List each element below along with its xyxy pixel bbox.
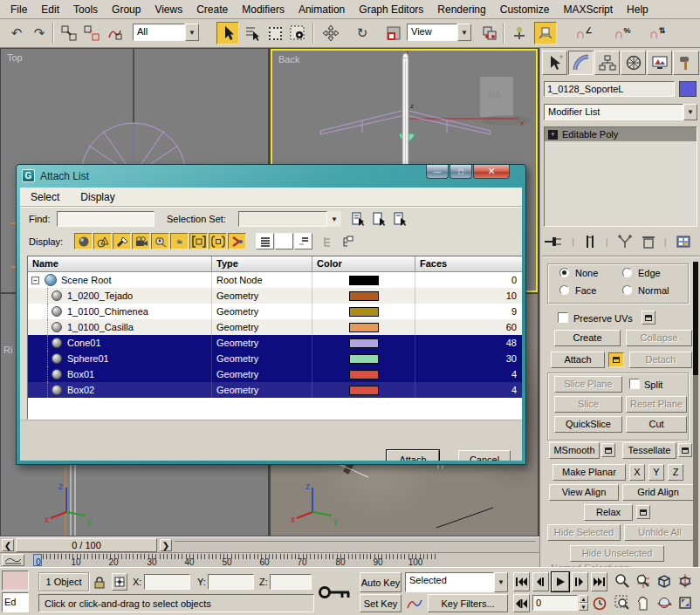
play-animation-icon[interactable] [552, 572, 569, 591]
display-all-icon[interactable] [256, 233, 274, 249]
object-color-swatch[interactable] [679, 81, 697, 97]
select-objects-in-set-icon[interactable] [392, 210, 409, 228]
pin-stack-icon[interactable] [544, 234, 563, 249]
orbit-icon[interactable] [655, 593, 674, 612]
chevron-down-icon[interactable]: ▼ [494, 572, 508, 592]
time-configuration-icon[interactable] [592, 594, 607, 612]
spinner-down-icon[interactable]: ▼ [579, 603, 588, 611]
display-groups-icon[interactable] [189, 233, 208, 249]
make-planar-button[interactable]: Make Planar [552, 464, 626, 481]
chevron-down-icon[interactable]: ▼ [327, 211, 341, 227]
constraint-edge-radio[interactable] [622, 268, 632, 277]
zoom-region-icon[interactable] [613, 593, 632, 612]
next-frame-icon[interactable] [572, 572, 588, 591]
key-mode-toggle-icon[interactable] [513, 594, 530, 612]
display-none-icon[interactable] [275, 233, 293, 249]
menu-edit[interactable]: Edit [34, 2, 66, 17]
relax-settings-icon[interactable] [636, 505, 650, 519]
grid-align-button[interactable]: Grid Align [622, 484, 694, 501]
cut-button[interactable]: Cut [626, 416, 687, 433]
add-selected-to-set-icon[interactable] [350, 210, 367, 228]
chevron-down-icon[interactable]: ▼ [683, 104, 697, 120]
expand-icon[interactable]: + [548, 130, 558, 140]
attach-list-settings-icon[interactable] [608, 352, 624, 367]
preserve-uvs-checkbox[interactable] [558, 312, 568, 323]
key-filters-button[interactable]: Key Filters... [428, 594, 508, 612]
maxscript-mini-listener-white[interactable]: Ed [2, 592, 29, 612]
tab-hierarchy-icon[interactable] [594, 51, 620, 75]
relax-button[interactable]: Relax [584, 504, 633, 521]
dialog-menu-display[interactable]: Display [70, 189, 125, 205]
attach-button[interactable]: Attach [387, 450, 439, 461]
display-helpers-icon[interactable] [151, 233, 169, 249]
table-row-selected[interactable]: Sphere01 Geometry 30 [28, 351, 522, 366]
y-coordinate-field[interactable] [208, 574, 254, 590]
select-and-move-icon[interactable] [319, 22, 342, 44]
dialog-menu-select[interactable]: Select [20, 189, 70, 205]
track-bar[interactable]: 0 10 20 30 40 50 60 70 80 90 100 [0, 552, 539, 567]
auto-key-button[interactable]: Auto Key [360, 572, 401, 592]
subtract-selected-from-set-icon[interactable] [371, 210, 388, 228]
select-and-scale-icon[interactable] [382, 22, 405, 44]
display-cameras-icon[interactable] [132, 233, 150, 249]
show-end-result-icon[interactable] [583, 234, 597, 249]
quickslice-button[interactable]: QuickSlice [554, 416, 622, 433]
go-to-end-icon[interactable] [591, 572, 607, 591]
select-object-icon[interactable] [216, 22, 239, 44]
find-input[interactable] [57, 211, 154, 227]
view-align-button[interactable]: View Align [549, 484, 619, 501]
collapse-icon[interactable]: − [31, 277, 39, 284]
configure-modifier-sets-icon[interactable] [676, 234, 693, 249]
constraint-normal-radio[interactable] [622, 285, 632, 295]
maximize-button[interactable]: □ [450, 165, 472, 179]
tab-create-icon[interactable] [542, 51, 567, 75]
default-tangent-icon[interactable] [405, 594, 424, 612]
time-next-icon[interactable]: ❯ [160, 539, 172, 551]
display-bones-icon[interactable] [228, 233, 246, 249]
preserve-uvs-settings-icon[interactable] [642, 311, 655, 325]
msmooth-settings-icon[interactable] [601, 443, 615, 457]
time-prev-icon[interactable]: ❮ [2, 539, 14, 551]
display-invert-icon[interactable] [294, 233, 312, 249]
display-xrefs-icon[interactable] [209, 233, 227, 249]
selection-set-combo[interactable]: ▼ [238, 211, 341, 227]
use-pivot-center-icon[interactable] [478, 22, 501, 44]
maximize-viewport-icon[interactable] [676, 593, 695, 612]
selection-region-icon[interactable] [264, 22, 286, 44]
time-slider-handle[interactable]: 0 / 100 [16, 538, 157, 552]
menu-group[interactable]: Group [105, 2, 148, 17]
unlink-selection-icon[interactable] [80, 22, 103, 44]
close-button[interactable]: ✕ [473, 165, 510, 179]
modifier-list-dropdown[interactable]: Modifier List ▼ [544, 104, 697, 120]
display-lights-icon[interactable] [113, 233, 131, 249]
menu-modifiers[interactable]: Modifiers [235, 2, 292, 17]
msmooth-button[interactable]: MSmooth [549, 442, 600, 459]
bind-to-spacewarp-icon[interactable] [103, 22, 126, 44]
x-coordinate-field[interactable] [144, 574, 190, 590]
select-and-link-icon[interactable] [58, 22, 80, 44]
spinner-snap-icon[interactable]: ∩⇅ [646, 22, 669, 44]
tessellate-button[interactable]: Tessellate [622, 442, 676, 459]
column-header-color[interactable]: Color [312, 256, 415, 271]
percent-snap-icon[interactable]: ∩% [611, 22, 634, 44]
column-header-name[interactable]: Name [28, 256, 212, 271]
menu-tools[interactable]: Tools [66, 2, 105, 17]
table-row[interactable]: 1_0200_Tejado Geometry 10 [28, 288, 522, 304]
tab-utilities-icon[interactable] [673, 51, 699, 75]
mini-curve-editor-icon[interactable] [2, 554, 24, 566]
minimize-button[interactable]: — [426, 165, 449, 179]
constraint-face-radio[interactable] [559, 285, 569, 295]
key-mode-combo[interactable]: Selected ▼ [405, 572, 508, 592]
snap-toggle-3d-icon[interactable] [534, 22, 557, 44]
menu-rendering[interactable]: Rendering [430, 2, 492, 17]
select-and-manipulate-icon[interactable] [508, 22, 531, 44]
selection-filter-combo[interactable]: All ▼ [133, 24, 199, 41]
tab-modify-icon[interactable] [568, 51, 594, 75]
dialog-titlebar[interactable]: G Attach List [22, 169, 89, 182]
column-header-faces[interactable]: Faces [415, 256, 522, 271]
display-influences-icon[interactable] [338, 233, 356, 249]
remove-modifier-icon[interactable] [642, 234, 655, 249]
zoom-extents-all-icon[interactable] [676, 571, 695, 591]
chevron-down-icon[interactable]: ▼ [457, 24, 471, 41]
table-row-selected-focused[interactable]: Box02 Geometry 4 [28, 382, 522, 398]
